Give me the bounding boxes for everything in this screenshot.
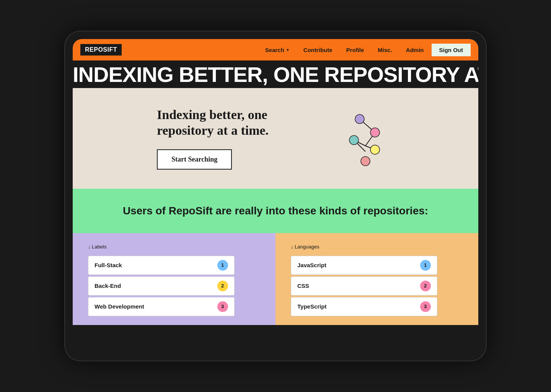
svg-point-5 (355, 114, 364, 124)
logo: REPOSIFT (80, 44, 122, 56)
svg-point-6 (370, 128, 380, 137)
labels-card-stack: Full-Stack 1 Back-End 2 Web Development … (88, 256, 260, 316)
svg-point-8 (370, 145, 380, 154)
nav-contribute[interactable]: Contribute (297, 44, 339, 56)
nav-profile[interactable]: Profile (340, 44, 370, 56)
language-card-1[interactable]: JavaScript 1 (291, 256, 437, 275)
hero-title: Indexing better, one repository at a tim… (157, 107, 310, 139)
cards-section: ↓ Labels Full-Stack 1 Back-End 2 Web Dev… (73, 233, 478, 325)
svg-point-9 (361, 157, 370, 166)
labels-header: ↓ Labels (88, 244, 260, 250)
languages-header: ↓ Languages (291, 244, 463, 250)
marquee-text: INDEXING BETTER, ONE REPOSITORY AT A TIM… (73, 62, 478, 87)
label-card-1[interactable]: Full-Stack 1 (88, 256, 235, 275)
labels-column: ↓ Labels Full-Stack 1 Back-End 2 Web Dev… (73, 233, 276, 325)
sign-out-button[interactable]: Sign Out (432, 44, 471, 56)
label-card-3[interactable]: Web Development 3 (88, 297, 235, 316)
language-card-2[interactable]: CSS 2 (291, 276, 437, 296)
hero-section: Indexing better, one repository at a tim… (73, 88, 478, 189)
device-frame: REPOSIFT Search ▼ Contribute Profile Mis… (65, 31, 486, 361)
screen: REPOSIFT Search ▼ Contribute Profile Mis… (73, 39, 478, 353)
language-badge-3: 3 (420, 301, 431, 312)
green-section-title: Users of RepoSift are really into these … (96, 204, 455, 218)
nav-links: Search ▼ Contribute Profile Misc. Admin … (259, 44, 471, 56)
label-card-2[interactable]: Back-End 2 (88, 276, 235, 296)
navbar: REPOSIFT Search ▼ Contribute Profile Mis… (73, 39, 478, 60)
start-searching-button[interactable]: Start Searching (157, 149, 232, 170)
network-svg (333, 108, 394, 169)
label-badge-1: 1 (217, 260, 228, 271)
label-badge-2: 2 (217, 281, 228, 291)
nav-admin[interactable]: Admin (400, 44, 430, 56)
svg-point-7 (349, 136, 359, 145)
hero-text-block: Indexing better, one repository at a tim… (157, 107, 310, 170)
nav-misc[interactable]: Misc. (372, 44, 398, 56)
label-badge-3: 3 (217, 301, 228, 312)
nav-search[interactable]: Search ▼ (259, 44, 296, 56)
languages-card-stack: JavaScript 1 CSS 2 TypeScript 3 (291, 256, 463, 316)
hero-network-graphic (333, 108, 394, 169)
languages-column: ↓ Languages JavaScript 1 CSS 2 TypeScrip… (276, 233, 478, 325)
language-badge-1: 1 (420, 260, 431, 271)
language-badge-2: 2 (420, 281, 431, 291)
search-dropdown-arrow: ▼ (286, 48, 290, 52)
language-card-3[interactable]: TypeScript 3 (291, 297, 437, 316)
marquee-strip: INDEXING BETTER, ONE REPOSITORY AT A TIM… (73, 60, 478, 88)
green-section: Users of RepoSift are really into these … (73, 189, 478, 233)
